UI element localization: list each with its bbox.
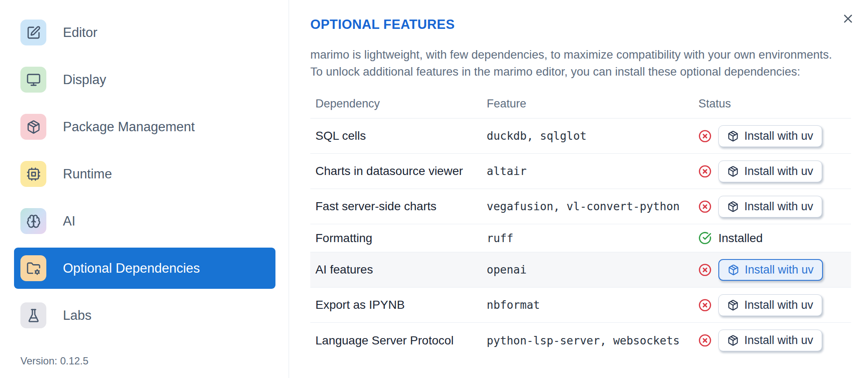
page-title: OPTIONAL FEATURES — [310, 17, 455, 32]
table-row: Export as IPYNB nbformat Install with uv — [310, 288, 851, 323]
installed-status-label: Installed — [718, 231, 763, 245]
feature-packages: vegafusion, vl-convert-python — [487, 200, 680, 213]
table-row: Charts in datasource viewer altair Insta… — [310, 154, 851, 189]
table-row: Language Server Protocol python-lsp-serv… — [310, 323, 851, 358]
sidebar-item-label: Editor — [63, 25, 97, 40]
dependency-name: Fast server-side charts — [315, 200, 437, 213]
column-header-dependency: Dependency — [310, 97, 487, 110]
description-line-1: marimo is lightweight, with few dependen… — [310, 48, 832, 61]
package-icon — [728, 264, 739, 276]
feature-packages: nbformat — [487, 299, 540, 311]
sidebar-item-label: AI — [63, 214, 75, 229]
feature-packages: altair — [487, 165, 527, 178]
install-with-uv-button[interactable]: Install with uv — [718, 259, 823, 281]
brain-icon — [20, 208, 46, 234]
circle-x-icon — [698, 130, 712, 143]
version-label: Version: 0.12.5 — [20, 355, 88, 367]
table-body: SQL cells duckdb, sqlglot Install with u… — [310, 118, 851, 358]
package-icon — [727, 335, 739, 346]
optional-features-panel: OPTIONAL FEATURES marimo is lightweight,… — [289, 0, 868, 378]
close-button[interactable] — [840, 11, 856, 27]
dependency-name: Formatting — [315, 231, 372, 245]
status-cell: Installed — [698, 231, 851, 245]
flask-icon — [20, 302, 46, 328]
sidebar-item-package-management[interactable]: Package Management — [14, 106, 275, 147]
folder-cog-icon — [20, 255, 46, 281]
description-line-2: To unlock additional features in the mar… — [310, 65, 800, 78]
status-cell: Install with uv — [698, 196, 851, 217]
feature-packages: python-lsp-server, websockets — [487, 334, 680, 347]
install-button-label: Install with uv — [744, 299, 813, 312]
feature-packages: openai — [487, 263, 527, 276]
circle-x-icon — [698, 263, 712, 276]
sidebar-item-runtime[interactable]: Runtime — [14, 153, 275, 195]
circle-check-icon — [698, 231, 712, 245]
column-header-status: Status — [698, 97, 851, 110]
sidebar-item-display[interactable]: Display — [14, 59, 275, 100]
cpu-icon — [20, 161, 46, 187]
sidebar-item-label: Display — [63, 72, 106, 87]
sidebar-item-editor[interactable]: Editor — [14, 12, 275, 53]
monitor-icon — [20, 67, 46, 93]
package-icon — [727, 166, 739, 177]
dependency-name: Export as IPYNB — [315, 298, 405, 311]
status-cell: Install with uv — [698, 294, 851, 316]
package-icon — [20, 114, 46, 140]
page-description: marimo is lightweight, with few dependen… — [310, 46, 846, 80]
settings-sidebar: Editor Display Package Management Runtim… — [0, 0, 289, 378]
sidebar-item-labs[interactable]: Labs — [14, 295, 275, 336]
table-header-row: Dependency Feature Status — [310, 90, 851, 118]
sidebar-item-ai[interactable]: AI — [14, 200, 275, 242]
dependency-name: Language Server Protocol — [315, 334, 454, 347]
circle-x-icon — [698, 200, 712, 213]
circle-x-icon — [698, 299, 712, 312]
package-icon — [727, 299, 739, 311]
table-row: Formatting ruff Installed — [310, 224, 851, 252]
close-icon — [841, 12, 855, 27]
package-icon — [727, 130, 739, 142]
install-with-uv-button[interactable]: Install with uv — [718, 161, 822, 182]
feature-packages: duckdb, sqlglot — [487, 130, 587, 142]
install-with-uv-button[interactable]: Install with uv — [718, 196, 822, 217]
install-button-label: Install with uv — [744, 130, 813, 143]
table-row: AI features openai Install with uv — [310, 252, 851, 288]
circle-x-icon — [698, 334, 712, 347]
status-cell: Install with uv — [698, 161, 851, 182]
dependency-name: AI features — [315, 263, 373, 276]
dependency-name: Charts in datasource viewer — [315, 164, 463, 178]
sidebar-item-label: Optional Dependencies — [63, 261, 200, 276]
table-row: SQL cells duckdb, sqlglot Install with u… — [310, 118, 851, 154]
square-pen-icon — [20, 20, 46, 45]
install-button-label: Install with uv — [744, 334, 813, 347]
install-button-label: Install with uv — [745, 263, 814, 276]
sidebar-item-optional-dependencies[interactable]: Optional Dependencies — [14, 248, 275, 289]
sidebar-item-label: Runtime — [63, 166, 112, 182]
feature-packages: ruff — [487, 232, 513, 245]
circle-x-icon — [698, 165, 712, 178]
dependency-name: SQL cells — [315, 129, 366, 142]
install-button-label: Install with uv — [744, 200, 813, 213]
package-icon — [727, 201, 739, 212]
install-button-label: Install with uv — [744, 165, 813, 178]
sidebar-item-label: Labs — [63, 308, 91, 323]
install-with-uv-button[interactable]: Install with uv — [718, 330, 822, 351]
table-row: Fast server-side charts vegafusion, vl-c… — [310, 189, 851, 224]
status-cell: Install with uv — [698, 259, 851, 281]
optional-features-table: Dependency Feature Status SQL cells duck… — [310, 90, 851, 358]
status-cell: Install with uv — [698, 125, 851, 147]
sidebar-nav: Editor Display Package Management Runtim… — [14, 12, 275, 342]
install-with-uv-button[interactable]: Install with uv — [718, 294, 822, 316]
sidebar-item-label: Package Management — [63, 119, 195, 135]
column-header-feature: Feature — [487, 97, 698, 110]
install-with-uv-button[interactable]: Install with uv — [718, 125, 822, 147]
status-cell: Install with uv — [698, 330, 851, 351]
